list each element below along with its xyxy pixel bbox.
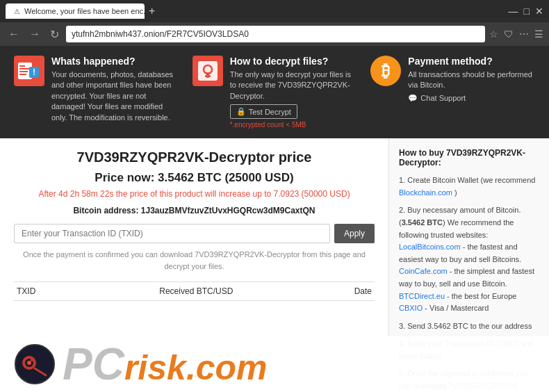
- watermark: PC risk .com: [0, 336, 549, 392]
- header-section: ! Whats happened? Your documents, photos…: [0, 46, 549, 138]
- bitcoin-address-value[interactable]: 1J3auzBMVfzuvZtUvxHGQRcw3dM9CaxtQN: [141, 206, 316, 215]
- decrypt-title: How to decrypt files?: [230, 56, 357, 67]
- whats-happened-text: Whats happened? Your documents, photos, …: [51, 56, 179, 123]
- payment-body: All transactions should be performed via…: [408, 70, 535, 91]
- svg-rect-12: [205, 75, 211, 77]
- watermark-text: PC risk .com: [63, 342, 268, 386]
- whats-happened-body: Your documents, photos, databases and ot…: [51, 70, 179, 123]
- sidebar-step1: 1. Create Bitcoin Wallet (we recommend B…: [399, 174, 539, 199]
- col-received: Received BTC/USD: [83, 282, 309, 301]
- menu-icon[interactable]: ⋯: [519, 28, 529, 40]
- watermark-pc: PC: [63, 342, 124, 386]
- bitcoin-icon: ₿: [370, 56, 401, 86]
- extensions-icon[interactable]: ☰: [534, 28, 543, 40]
- browser-tab[interactable]: ⚠ Welcome, your files have been enc... ✕: [6, 3, 145, 19]
- minimize-button[interactable]: —: [509, 6, 518, 17]
- browser-toolbar: ← → ↻ ☆ 🛡 ⋯ ☰: [0, 22, 549, 46]
- watermark-com: .com: [186, 350, 268, 385]
- payment-title: Payment method?: [408, 56, 535, 67]
- bitcoin-address-line: Bitcoin address: 1J3auzBMVfzuvZtUvxHGQRc…: [14, 206, 375, 215]
- price-line: Price now: 3.5462 BTC (25000 USD): [14, 171, 375, 185]
- product-title: 7VD39RZYQPR2VK-Decryptor price: [14, 149, 375, 165]
- chat-support-link[interactable]: 💬 Chat Support: [408, 94, 535, 103]
- svg-rect-4: [19, 71, 28, 72]
- cbxio-link[interactable]: CBXIO: [399, 304, 423, 312]
- txid-table: TXID Received BTC/USD Date: [14, 281, 375, 301]
- localbitcoins-link[interactable]: LocalBitcoins.com: [399, 243, 461, 251]
- sidebar-step2: 2. Buy necessary amount of Bitcoin. (3.5…: [399, 204, 539, 314]
- svg-text:!: !: [33, 67, 35, 77]
- header-card-payment: ₿ Payment method? All transactions shoul…: [370, 56, 535, 129]
- tab-favicon: ⚠: [14, 8, 20, 15]
- lock-icon: 🔒: [236, 107, 246, 116]
- txid-row: Apply: [14, 224, 375, 243]
- new-tab-button[interactable]: +: [149, 5, 155, 17]
- coincafe-link[interactable]: CoinCafe.com: [399, 267, 448, 275]
- refresh-button[interactable]: ↻: [47, 26, 62, 42]
- test-decrypt-button[interactable]: 🔒 Test Decrypt: [230, 104, 297, 119]
- payment-note: Once the payment is confirmed you can do…: [14, 249, 375, 272]
- svg-rect-3: [19, 68, 29, 70]
- payment-text: Payment method? All transactions should …: [408, 56, 535, 103]
- txid-input[interactable]: [14, 224, 330, 243]
- maximize-button[interactable]: □: [524, 6, 530, 17]
- tab-title: Welcome, your files have been enc...: [24, 7, 145, 15]
- encryption-info: *.encrypted count < 5MB: [230, 121, 357, 129]
- close-button[interactable]: ✕: [535, 6, 543, 17]
- shield-icon: 🛡: [504, 28, 514, 40]
- sidebar-step3: 3. Send 3.5462 BTC to the our address: [399, 320, 539, 333]
- decrypt-text: How to decrypt files? The only way to de…: [230, 56, 357, 129]
- pcrisk-logo-icon: [14, 343, 56, 385]
- svg-rect-5: [19, 74, 26, 75]
- col-txid: TXID: [14, 282, 83, 301]
- header-card-decrypt: How to decrypt files? The only way to de…: [192, 56, 357, 129]
- sidebar-title: How to buy 7VD39RZYQPR2VK-Decryptor:: [399, 148, 539, 168]
- whats-happened-title: Whats happened?: [51, 56, 179, 67]
- col-date: Date: [309, 282, 375, 301]
- forward-button[interactable]: →: [26, 26, 43, 42]
- svg-rect-2: [19, 65, 25, 67]
- blockchain-link[interactable]: Blockchain.com: [399, 188, 452, 197]
- price-warning: After 4d 2h 58m 22s the price of this pr…: [14, 189, 375, 199]
- decrypt-body: The only way to decrypt your files is to…: [230, 70, 357, 101]
- btcdirect-link[interactable]: BTCDirect.eu: [399, 292, 445, 300]
- whats-happened-icon: !: [14, 56, 44, 86]
- chat-icon: 💬: [408, 94, 418, 103]
- toolbar-icons: ☆ 🛡 ⋯ ☰: [489, 28, 543, 40]
- header-card-whats-happened: ! Whats happened? Your documents, photos…: [14, 56, 179, 129]
- watermark-risk: risk: [124, 350, 186, 385]
- svg-text:₿: ₿: [382, 61, 390, 80]
- window-controls: — □ ✕: [509, 6, 543, 17]
- bookmark-icon[interactable]: ☆: [489, 28, 498, 40]
- decrypt-icon: [192, 56, 223, 86]
- address-bar[interactable]: [66, 26, 485, 42]
- back-button[interactable]: ←: [6, 26, 22, 42]
- svg-point-20: [27, 361, 31, 365]
- apply-button[interactable]: Apply: [334, 224, 375, 243]
- browser-titlebar: ⚠ Welcome, your files have been enc... ✕…: [0, 0, 549, 22]
- svg-point-18: [31, 359, 33, 361]
